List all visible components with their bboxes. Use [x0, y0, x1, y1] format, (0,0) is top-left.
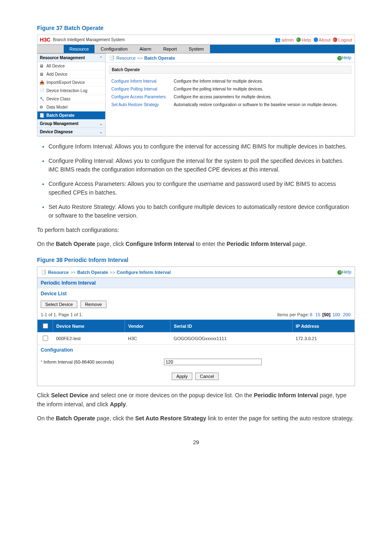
menu-configuration[interactable]: Configuration	[95, 45, 134, 53]
col-vendor[interactable]: Vendor	[125, 320, 170, 332]
desc-auto-restore: Automatically restore configuration or s…	[172, 101, 350, 108]
col-serial[interactable]: Serial ID	[171, 320, 293, 332]
bullet-item: Set Auto Restore Strategy: Allows you to…	[48, 203, 355, 220]
nav-data-model[interactable]: ⚙Data Model	[37, 103, 105, 111]
desc-conf-inform: Configure the Inform interval for multip…	[172, 78, 350, 85]
paragraph-click-select: Click Select Device and select one or mo…	[37, 391, 355, 409]
chevron-down-icon: ⌄	[99, 122, 103, 126]
device-table: Device Name Vendor Serial ID IP Address …	[37, 320, 355, 345]
figure-37-title: Figure 37 Batch Operate	[37, 25, 355, 31]
pp-50[interactable]: [50]	[323, 312, 331, 317]
breadcrumb-current: Configure Inform Interval	[117, 270, 171, 275]
nav-add-device[interactable]: 🖥Add Device	[37, 70, 105, 79]
user-link[interactable]: 👥admin	[275, 37, 294, 42]
menu-system[interactable]: System	[183, 45, 210, 53]
device-list-header: Device List	[37, 288, 355, 299]
main-menu: Resource Configuration Alarm Report Syst…	[37, 44, 355, 53]
cell-vendor: H3C	[125, 332, 170, 345]
help-icon: ?	[337, 56, 342, 60]
breadcrumb: 📑 Resource >> Batch Operate ?Help	[106, 53, 355, 63]
configuration-header: Configuration	[37, 345, 355, 355]
menu-resource[interactable]: Resource	[64, 45, 95, 53]
breadcrumb-icon: 📑	[41, 269, 46, 275]
nav-import-export[interactable]: 📥Import/Export Device	[37, 79, 105, 87]
help-link[interactable]: ?Help	[296, 37, 311, 42]
figure-38-title: Figure 38 Periodic Inform Interval	[37, 257, 355, 263]
help-icon: ?	[296, 37, 301, 42]
select-device-button[interactable]: Select Device	[41, 301, 77, 308]
cancel-button[interactable]: Cancel	[195, 373, 218, 380]
pp-8[interactable]: 8	[310, 312, 312, 317]
nav-group-mgmt[interactable]: Group Management⌄	[37, 120, 105, 128]
chevron-down-icon: ⌄	[99, 130, 103, 134]
paragraph-last: On the Batch Operate page, click the Set…	[37, 414, 355, 423]
remove-button[interactable]: Remove	[81, 301, 106, 308]
select-all-checkbox[interactable]	[43, 323, 48, 329]
row-checkbox[interactable]	[43, 336, 48, 341]
add-icon: 🖥	[39, 72, 44, 77]
chevron-up-icon: ⌃	[99, 56, 103, 60]
section-periodic-interval: Periodic Inform Interval	[37, 278, 355, 288]
desc-conf-polling: Configure the polling interval for multi…	[172, 86, 350, 93]
help-link-inline[interactable]: ?Help	[337, 55, 351, 60]
table-row: 000FE2-test H3C GOGOGOGOGxxxxx1111 172.3…	[38, 332, 355, 345]
logout-link[interactable]: ×Logout	[333, 37, 352, 42]
nav-device-class[interactable]: 🔧Device Class	[37, 95, 105, 103]
nav-interaction-log[interactable]: 📄Device Interaction Log	[37, 87, 105, 95]
about-icon: i	[314, 37, 318, 42]
nav-device-diagnose[interactable]: Device Diagnose⌄	[37, 128, 105, 136]
breadcrumb-current: Batch Operate	[144, 56, 175, 60]
bullet-item: Configure Polling Interval: Allows you t…	[48, 157, 355, 174]
bullet-item: Configure Inform Interval: Allows you to…	[48, 142, 355, 151]
logout-icon: ×	[333, 37, 337, 42]
pp-200[interactable]: 200	[343, 312, 350, 317]
paragraph-perform: To perform batch configurations:	[37, 226, 355, 235]
brand-subtitle: Branch Intelligent Management System	[53, 37, 275, 42]
about-link[interactable]: iAbout	[314, 37, 331, 42]
user-icon: 👥	[275, 37, 281, 42]
figure-37-screenshot: H3C Branch Intelligent Management System…	[37, 35, 355, 137]
left-nav: Resource Management⌃ 🖥All Device 🖥Add De…	[37, 53, 106, 136]
batch-icon: 📑	[39, 113, 44, 118]
apply-button[interactable]: Apply	[172, 373, 192, 380]
pager-info: 1-1 of 1. Page 1 of 1.	[41, 312, 83, 317]
brand-logo: H3C	[40, 37, 51, 43]
link-conf-polling[interactable]: Configure Polling Interval	[110, 86, 171, 93]
batch-operations-table: Configure Inform IntervalConfigure the I…	[109, 77, 351, 109]
breadcrumb-batch[interactable]: Batch Operate	[77, 270, 108, 275]
link-conf-inform[interactable]: Configure Inform Interval	[110, 78, 171, 85]
col-checkbox	[38, 320, 53, 332]
pp-100[interactable]: 100	[332, 312, 340, 317]
class-icon: 🔧	[39, 97, 44, 102]
menu-report[interactable]: Report	[157, 45, 183, 53]
cell-serial: GOGOGOGOGxxxxx1111	[171, 332, 293, 345]
col-ip[interactable]: IP Address	[292, 320, 354, 332]
breadcrumb: 📑 Resource >> Batch Operate >> Configure…	[37, 267, 355, 278]
model-icon: ⚙	[39, 105, 44, 110]
figure-38-screenshot: 📑 Resource >> Batch Operate >> Configure…	[37, 266, 355, 386]
panel-title: Batch Operate	[109, 66, 351, 74]
inform-interval-input[interactable]	[164, 359, 262, 365]
nav-resource-mgmt[interactable]: Resource Management⌃	[37, 54, 105, 62]
col-device-name[interactable]: Device Name	[53, 320, 125, 332]
paragraph-onbatch: On the Batch Operate page, click Configu…	[37, 240, 355, 249]
device-icon: 🖥	[39, 64, 44, 69]
help-icon: ?	[337, 270, 342, 275]
link-auto-restore[interactable]: Set Auto Restore Strategy	[110, 101, 171, 108]
link-conf-access[interactable]: Configure Access Parameters	[110, 93, 171, 100]
nav-all-device[interactable]: 🖥All Device	[37, 62, 105, 70]
help-link-inline[interactable]: ?Help	[337, 269, 351, 275]
desc-conf-access: Configure the access parameters for mult…	[172, 93, 350, 100]
bullet-item: Configure Access Parameters: Allows you …	[48, 180, 355, 197]
nav-batch-operate[interactable]: 📑Batch Operate	[37, 111, 105, 120]
log-icon: 📄	[39, 88, 44, 93]
cell-ip: 172.3.0.21	[292, 332, 354, 345]
items-per-page: Items per Page:8 15 [50] 100 200	[277, 312, 351, 317]
page-number: 29	[37, 439, 355, 445]
breadcrumb-resource[interactable]: Resource	[116, 56, 136, 60]
breadcrumb-resource[interactable]: Resource	[48, 270, 69, 275]
menu-alarm[interactable]: Alarm	[134, 45, 158, 53]
cell-device-name: 000FE2-test	[53, 332, 125, 345]
bullet-list: Configure Inform Interval: Allows you to…	[48, 142, 355, 220]
pp-15[interactable]: 15	[315, 312, 320, 317]
